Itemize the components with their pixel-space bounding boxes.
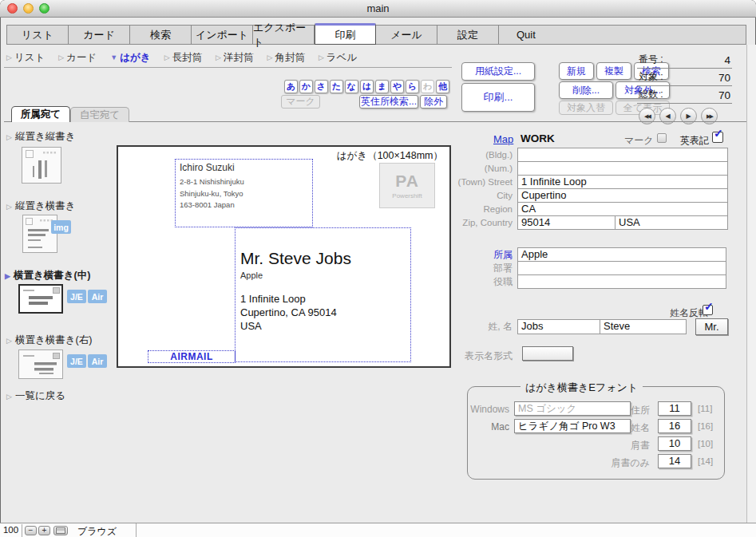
triangle-right-icon: ▷	[267, 53, 272, 61]
sidebar-item-horizontal-horizontal-right[interactable]: ▷ 横置き横書き(右)	[6, 334, 92, 347]
sender-address-block[interactable]: Ichiro Suzuki 2-8-1 Nishishinjuku Shinju…	[175, 159, 313, 227]
kana-key-other[interactable]: 他	[436, 80, 449, 93]
tab-import[interactable]: インポート	[192, 26, 253, 44]
english-address-search-button[interactable]: 英住所検索...	[359, 95, 418, 109]
tab-print[interactable]: 印刷	[315, 23, 376, 45]
paper-setup-button[interactable]: 用紙設定...	[461, 62, 535, 81]
zoom-level-display[interactable]: 100	[0, 524, 22, 537]
city-field[interactable]: Cupertino	[517, 188, 728, 203]
je-badge[interactable]: J/E	[67, 354, 86, 368]
subnav-label[interactable]: ▷ラベル	[319, 51, 357, 65]
name-size-field[interactable]: 16	[658, 419, 691, 433]
airmail-block[interactable]: AIRMAIL	[148, 350, 236, 363]
titlebar[interactable]: main	[0, 0, 756, 18]
last-name-field[interactable]: Jobs	[517, 319, 600, 334]
kana-key-a[interactable]: あ	[284, 80, 298, 93]
kana-key-ha[interactable]: は	[360, 80, 374, 93]
title-size-label: 肩書	[564, 439, 650, 452]
kana-key-na[interactable]: な	[345, 80, 358, 93]
country-field[interactable]: USA	[615, 215, 728, 230]
number-field[interactable]	[517, 161, 728, 176]
postcard-horizontal-right-icon[interactable]	[18, 349, 63, 382]
kana-key-ka[interactable]: か	[299, 80, 313, 93]
kana-key-ta[interactable]: た	[330, 80, 343, 93]
tab-home-addressee[interactable]: 自宅宛て	[70, 107, 129, 122]
name-reverse-checkbox[interactable]: ✓	[703, 305, 713, 315]
sender-line: Shinjuku-ku, Tokyo	[180, 188, 309, 200]
subnav-hagaki[interactable]: ▼はがき	[110, 51, 150, 65]
total-count-value: 70	[718, 89, 730, 101]
sidebar-item-horizontal-horizontal-center[interactable]: ▶ 横置き横書き(中)	[5, 269, 90, 282]
triangle-right-filled-icon: ▶	[5, 272, 10, 280]
kana-key-sa[interactable]: さ	[315, 80, 328, 93]
zoom-in-button[interactable]: +	[38, 526, 50, 535]
building-field[interactable]	[517, 148, 728, 162]
sidebar-item-back-to-list[interactable]: ▷ 一覧に戻る	[6, 389, 65, 403]
subnav-divider	[4, 67, 452, 68]
mode-selector[interactable]: ブラウズ	[77, 525, 117, 537]
address-size-field[interactable]: 11	[658, 401, 691, 416]
subnav-square-envelope[interactable]: ▷角封筒	[267, 51, 304, 65]
map-link[interactable]: Map	[493, 133, 513, 145]
status-toolbar-toggle-button[interactable]	[53, 526, 68, 535]
tab-list[interactable]: リスト	[7, 26, 69, 44]
postcard-vertical-vertical-icon[interactable]	[22, 147, 61, 187]
address-size-label: 住所	[564, 404, 650, 417]
tab-card[interactable]: カード	[69, 26, 130, 44]
mark-label: マーク	[624, 134, 654, 148]
sidebar-item-vertical-vertical[interactable]: ▷ 縦置き縦書き	[6, 130, 76, 144]
kana-key-ra[interactable]: ら	[406, 80, 419, 93]
tab-settings[interactable]: 設定	[437, 26, 499, 44]
mark-filter-button: マーク	[281, 95, 320, 109]
print-button[interactable]: 印刷...	[461, 83, 535, 112]
organization-field[interactable]: Apple	[517, 247, 726, 262]
english-notation-checkbox[interactable]: ✓	[712, 132, 723, 143]
tab-export[interactable]: エクスポート	[253, 26, 315, 44]
subnav-list[interactable]: ▷リスト	[6, 51, 45, 65]
check-icon: ✓	[714, 127, 723, 140]
tab-work-addressee[interactable]: 所属宛て	[11, 106, 70, 122]
sidebar-item-vertical-horizontal[interactable]: ▷ 縦置き横書き	[6, 199, 76, 213]
triangle-right-icon: ▷	[6, 393, 12, 401]
job-title-field[interactable]	[517, 274, 726, 289]
field-row-department: 部署	[445, 261, 726, 275]
display-name-format-button[interactable]	[522, 346, 573, 361]
stamp-placeholder: PA Powershift	[379, 163, 435, 208]
stamp-initials: PA	[395, 172, 419, 191]
img-badge[interactable]: img	[51, 220, 71, 234]
air-badge[interactable]: Air	[88, 354, 107, 368]
air-badge[interactable]: Air	[88, 290, 107, 303]
name-fields: 姓, 名 Jobs Steve	[445, 319, 695, 334]
tab-mail[interactable]: メール	[376, 26, 437, 44]
subnav-card[interactable]: ▷カード	[58, 51, 97, 65]
triangle-right-icon: ▷	[6, 53, 12, 61]
kana-key-ya[interactable]: や	[390, 80, 404, 93]
zoom-out-button[interactable]: −	[25, 526, 37, 535]
postcard-horizontal-center-icon[interactable]	[18, 284, 63, 317]
recipient-address-block[interactable]: Mr. Steve Jobs Apple 1 Infinite Loop Cup…	[235, 227, 411, 362]
duplicate-record-button[interactable]: 複製	[596, 62, 631, 80]
region-field[interactable]: CA	[517, 202, 728, 216]
mark-checkbox[interactable]	[657, 133, 667, 143]
quit-button[interactable]: Quit	[499, 26, 746, 44]
total-count-row: 総数 : 70	[637, 86, 732, 104]
honorific-button[interactable]: Mr.	[695, 318, 728, 335]
street-field[interactable]: 1 Infinite Loop	[517, 175, 728, 189]
zip-field[interactable]: 95014	[517, 215, 615, 230]
field-row-organization: 所属 Apple	[445, 247, 726, 262]
subnav-long-envelope[interactable]: ▷長封筒	[164, 51, 202, 65]
exclude-button[interactable]: 除外	[420, 95, 447, 109]
field-row-zip-country: Zip, Country 95014 USA	[445, 215, 728, 230]
organization-fields: 所属 Apple 部署 役職	[445, 247, 726, 289]
delete-record-button[interactable]: 削除...	[559, 81, 613, 99]
tab-find[interactable]: 検索	[130, 26, 192, 44]
kana-key-ma[interactable]: ま	[375, 80, 389, 93]
je-badge[interactable]: J/E	[67, 290, 86, 303]
title-size-field[interactable]: 10	[658, 436, 691, 451]
triangle-right-icon: ▷	[6, 203, 12, 211]
first-name-field[interactable]: Steve	[600, 319, 687, 334]
new-record-button[interactable]: 新規	[559, 62, 594, 80]
subnav-western-envelope[interactable]: ▷洋封筒	[216, 51, 253, 65]
title-only-size-field[interactable]: 14	[658, 454, 691, 468]
department-field[interactable]	[517, 261, 726, 275]
